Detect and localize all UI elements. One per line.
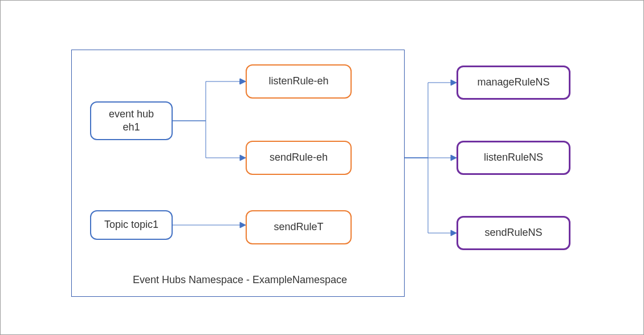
- svg-marker-7: [451, 155, 456, 161]
- send-rule-t-node: sendRuleT: [246, 210, 352, 244]
- svg-marker-5: [451, 80, 456, 85]
- manage-rule-ns-node: manageRuleNS: [456, 66, 570, 100]
- topic-node: Topic topic1: [90, 210, 173, 240]
- svg-marker-8: [451, 230, 456, 236]
- listen-rule-ns-node: listenRuleNS: [456, 141, 570, 175]
- diagram-canvas: Event Hubs Namespace - ExampleNamespace …: [0, 0, 644, 335]
- send-rule-eh-node: sendRule-eh: [246, 141, 352, 175]
- send-rule-ns-node: sendRuleNS: [456, 216, 570, 250]
- listen-rule-eh-node: listenRule-eh: [246, 64, 352, 99]
- eventhub-node: event hub eh1: [90, 101, 173, 140]
- namespace-label: Event Hubs Namespace - ExampleNamespace: [120, 274, 360, 286]
- namespace-container: [71, 50, 405, 297]
